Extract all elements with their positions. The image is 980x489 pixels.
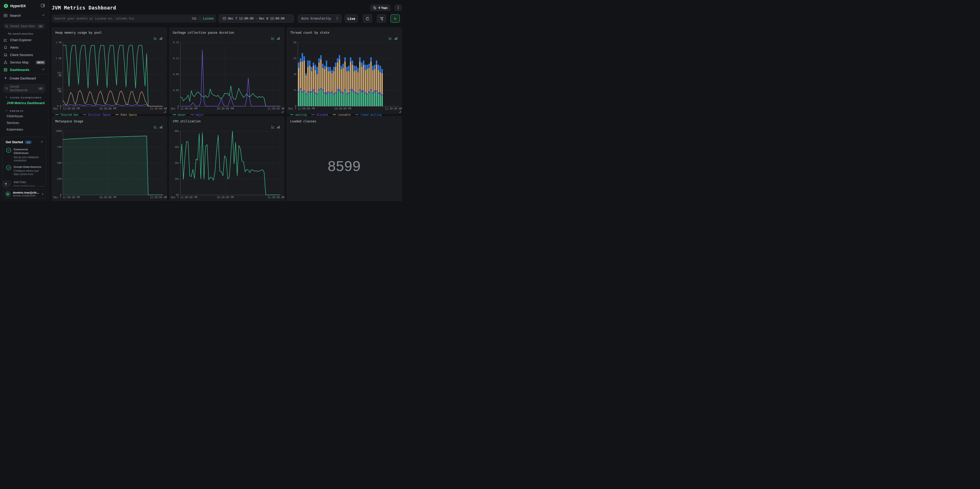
legend-item[interactable]: waiting bbox=[290, 113, 307, 116]
thread-count-plot: 604530150 bbox=[298, 42, 401, 107]
get-started-step-sources[interactable]: Create Data Sources Configure where your… bbox=[3, 163, 46, 177]
tags-button[interactable]: 0 Tags bbox=[371, 5, 390, 11]
beta-badge: BETA bbox=[36, 61, 45, 64]
line-chart-icon[interactable] bbox=[389, 37, 392, 41]
y-axis-label: 40% bbox=[170, 130, 179, 132]
user-menu[interactable]: D dominic.tran@clic... dominic.tran@clic… bbox=[3, 190, 46, 199]
table-icon bbox=[3, 14, 8, 18]
chevron-up-icon bbox=[42, 14, 45, 18]
legend-item[interactable]: timed_waiting bbox=[355, 113, 382, 116]
group-presets[interactable]: PRESETS bbox=[0, 107, 49, 113]
legend-item[interactable]: major bbox=[191, 113, 204, 116]
chart-legend: waitingblockedrunnabletimed_waiting bbox=[290, 113, 402, 116]
metaspace-plot: 100M75M50M25M0 bbox=[63, 131, 165, 195]
filter-button[interactable] bbox=[377, 14, 386, 22]
event-search-placeholder: Search your events w/ Lucene ex. column:… bbox=[54, 17, 192, 20]
saved-searches-input[interactable]: Saved Searches ⌘K bbox=[3, 23, 46, 29]
bar-chart-icon[interactable] bbox=[277, 125, 280, 130]
legend-label: timed_waiting bbox=[360, 113, 382, 116]
step-title: Create Data Sources bbox=[14, 165, 43, 169]
group-saved-dashboards[interactable]: SAVED DASHBOARDS bbox=[0, 93, 49, 99]
legend-label: Survivor Space bbox=[88, 113, 111, 116]
panel-menu-button[interactable] bbox=[395, 5, 402, 11]
step-title: Connect to ClickHouse bbox=[14, 148, 43, 155]
user-email: dominic.tran@clickh... bbox=[13, 194, 39, 197]
panel-metaspace: Metaspace Usage 100M75M50M25M0 Dec 7 12:… bbox=[52, 116, 167, 201]
line-chart-icon[interactable] bbox=[154, 37, 158, 41]
dashboard-link-jvm-metrics[interactable]: JVM Metrics Dashboard bbox=[0, 99, 49, 107]
panel-resize-handle[interactable] bbox=[164, 111, 166, 113]
legend-swatch bbox=[311, 115, 315, 115]
granularity-select[interactable]: Auto Granularity bbox=[298, 14, 342, 22]
sidebar-item-dashboards[interactable]: Dashboards bbox=[0, 66, 49, 73]
line-chart-icon[interactable] bbox=[154, 125, 158, 130]
lucene-option[interactable]: Lucene bbox=[203, 17, 214, 20]
select-arrows-icon bbox=[336, 16, 338, 21]
legend-swatch bbox=[173, 115, 176, 115]
step-subtitle: Set up your database connection bbox=[14, 156, 43, 162]
help-button[interactable]: ? bbox=[2, 181, 9, 188]
legend-swatch bbox=[115, 115, 119, 115]
y-axis-label: 30 bbox=[288, 73, 296, 76]
bell-icon bbox=[3, 46, 8, 49]
chart-explorer-icon bbox=[3, 38, 8, 42]
legend-item[interactable]: Survivor Space bbox=[83, 113, 111, 116]
saved-searches-placeholder: Saved Searches bbox=[10, 24, 36, 28]
panel-resize-handle[interactable] bbox=[399, 111, 401, 113]
legend-item[interactable]: Tenured Gen bbox=[55, 113, 78, 116]
panel-title: Heap memory usage by pool bbox=[55, 31, 154, 35]
line-chart-icon[interactable] bbox=[271, 37, 275, 41]
get-started-card: Get Started 2/3 Connect to ClickHouse Se… bbox=[3, 137, 46, 186]
legend-label: Eden Space bbox=[121, 113, 137, 116]
refresh-button[interactable] bbox=[363, 14, 372, 22]
step-subtitle: Start sending logs, metrics, or traces bbox=[14, 184, 38, 186]
bar-chart-icon[interactable] bbox=[159, 125, 163, 130]
search-section-label: Search bbox=[10, 14, 40, 18]
get-started-step-add-data[interactable]: Add Data Start sending logs, metrics, or… bbox=[3, 178, 46, 186]
legend-swatch bbox=[290, 115, 294, 115]
legend-item[interactable]: runnable bbox=[332, 113, 351, 116]
y-axis-label: 10% bbox=[170, 178, 179, 180]
logo-row: HyperDX bbox=[0, 0, 49, 11]
sidebar-item-label: Dashboards bbox=[10, 68, 39, 72]
bar-chart-icon[interactable] bbox=[394, 37, 398, 41]
legend-item[interactable]: blocked bbox=[311, 113, 328, 116]
sidebar-item-chart-explorer[interactable]: Chart Explorer bbox=[0, 36, 49, 44]
panel-heap-memory: Heap memory usage by pool 1 GB1 GB763 MB… bbox=[52, 27, 167, 114]
panel-resize-handle[interactable] bbox=[282, 111, 283, 113]
get-started-step-connect[interactable]: Connect to ClickHouse Set up your databa… bbox=[3, 145, 46, 163]
bar-chart-icon[interactable] bbox=[277, 37, 280, 41]
preset-clickhouse[interactable]: ClickHouse bbox=[0, 113, 49, 119]
live-button[interactable]: Live bbox=[345, 14, 358, 22]
sidebar-item-alerts[interactable]: Alerts bbox=[0, 44, 49, 51]
date-range-picker[interactable]: Dec 7 12:00:00 - Dec 8 12:00:00 bbox=[219, 14, 294, 22]
line-chart-icon[interactable] bbox=[271, 125, 275, 130]
run-query-button[interactable] bbox=[390, 14, 400, 22]
legend-item[interactable]: Eden Space bbox=[115, 113, 137, 116]
tags-label: 0 Tags bbox=[379, 6, 388, 9]
sql-option[interactable]: SQL bbox=[192, 17, 197, 20]
preset-services[interactable]: Services bbox=[0, 119, 49, 126]
saved-dashboards-input[interactable]: Saved Dashboards ⌘K bbox=[3, 84, 46, 93]
bar-chart-icon[interactable] bbox=[159, 37, 163, 41]
legend-swatch bbox=[191, 115, 194, 115]
create-dashboard-button[interactable]: Create Dashboard bbox=[0, 74, 49, 81]
laptop-icon bbox=[3, 53, 8, 57]
sidebar-item-service-map[interactable]: Service Map BETA bbox=[0, 59, 49, 66]
chart-canvas bbox=[298, 42, 401, 107]
chevron-up-icon[interactable] bbox=[40, 140, 43, 145]
legend-item[interactable]: minor bbox=[173, 113, 186, 116]
preset-kubernetes[interactable]: Kubernetes bbox=[0, 126, 49, 133]
chevron-down-icon bbox=[5, 109, 8, 112]
sidebar-collapse-button[interactable] bbox=[41, 3, 45, 8]
chevron-right-icon bbox=[41, 192, 44, 196]
event-search-input[interactable]: Search your events w/ Lucene ex. column:… bbox=[52, 14, 216, 22]
legend-swatch bbox=[55, 115, 59, 115]
x-axis-label: 10:30:00 PM bbox=[217, 196, 234, 199]
y-axis-label: 0.04 bbox=[170, 89, 179, 92]
app-root: HyperDX Search Saved Searches ⌘K N bbox=[0, 0, 403, 201]
sidebar-item-client-sessions[interactable]: Client Sessions bbox=[0, 51, 49, 59]
sidebar-section-search[interactable]: Search bbox=[0, 11, 49, 20]
query-language-toggle[interactable]: SQL | Lucene bbox=[192, 17, 214, 20]
arrow-right-icon: → bbox=[40, 184, 43, 186]
